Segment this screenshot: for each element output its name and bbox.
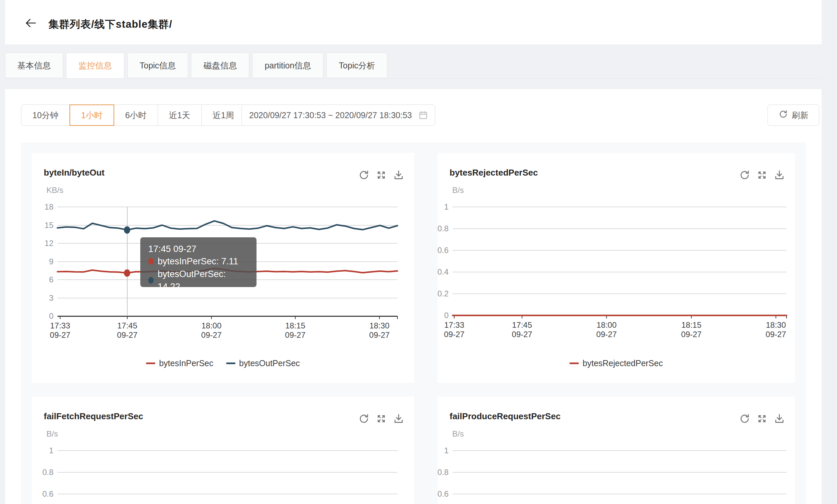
series-bytesOutPerSec xyxy=(57,221,397,230)
y-tick-label: 0.6 xyxy=(434,490,448,498)
chart-legend: bytesInPerSecbytesOutPerSec xyxy=(32,358,414,368)
chart-action-icons xyxy=(739,413,785,424)
download-icon[interactable] xyxy=(393,413,404,424)
calendar-icon xyxy=(418,110,428,120)
chart-card-failProduce: failProduceRequestPerSecB/s10.80.60.40.2… xyxy=(438,396,795,504)
y-tick-label: 0 xyxy=(33,312,53,320)
crosshair-line xyxy=(127,207,128,316)
y-tick-label: 1 xyxy=(33,447,53,454)
refresh-button[interactable]: 刷新 xyxy=(767,105,819,126)
time-range-近1周[interactable]: 近1周 xyxy=(201,105,246,126)
page-header: 集群列表/线下stable集群/ xyxy=(5,0,822,44)
y-tick-label: 0.4 xyxy=(434,268,448,276)
y-gridline xyxy=(452,494,787,494)
y-tick-label: 0 xyxy=(434,312,448,319)
y-tick-label: 1 xyxy=(434,447,448,454)
chart-title: byteIn/byteOut xyxy=(44,167,105,178)
y-axis-unit: B/s xyxy=(452,429,464,439)
x-tick-label: 17:4509-27 xyxy=(499,320,546,339)
legend-label: bytesRejectedPerSec xyxy=(583,358,663,368)
legend-item-bytesInPerSec[interactable]: bytesInPerSec xyxy=(146,358,213,368)
download-icon[interactable] xyxy=(774,170,785,181)
y-tick-label: 15 xyxy=(33,221,53,229)
legend-item-bytesRejectedPerSec[interactable]: bytesRejectedPerSec xyxy=(569,358,663,368)
legend-item-bytesOutPerSec[interactable]: bytesOutPerSec xyxy=(226,358,300,368)
tooltip-row: bytesInPerSec: 7.11 xyxy=(148,255,249,268)
fullscreen-icon[interactable] xyxy=(376,170,387,181)
y-axis-unit: B/s xyxy=(452,185,464,195)
time-range-10分钟[interactable]: 10分钟 xyxy=(21,105,70,126)
legend-dash-icon xyxy=(569,362,579,364)
series-dot-icon xyxy=(148,258,154,265)
x-tick-label: 17:3309-27 xyxy=(37,321,84,340)
x-tick-label: 18:0009-27 xyxy=(583,320,630,339)
tab-Topic分析[interactable]: Topic分析 xyxy=(326,53,387,78)
y-tick-label: 1 xyxy=(434,203,448,211)
tab-Topic信息[interactable]: Topic信息 xyxy=(127,53,188,78)
refresh-icon[interactable] xyxy=(739,170,750,181)
tab-基本信息[interactable]: 基本信息 xyxy=(5,53,63,78)
time-range-6小时[interactable]: 6小时 xyxy=(114,105,158,126)
legend-label: bytesInPerSec xyxy=(159,358,213,368)
chart-action-icons xyxy=(358,413,404,424)
x-tick-label: 17:3309-27 xyxy=(431,320,478,339)
tooltip-title: 17:45 09-27 xyxy=(148,243,249,255)
refresh-icon xyxy=(779,110,788,121)
date-range-value: 2020/09/27 17:30:53 ~ 2020/09/27 18:30:5… xyxy=(249,111,418,120)
date-range-picker[interactable]: 2020/09/27 17:30:53 ~ 2020/09/27 18:30:5… xyxy=(242,105,435,126)
crosshair-dot-bytesInPerSec xyxy=(124,269,130,277)
back-arrow-icon[interactable] xyxy=(24,17,39,31)
chart-action-icons xyxy=(358,170,404,181)
chart-title: failFetchRequestPerSec xyxy=(44,411,143,422)
tab-磁盘信息[interactable]: 磁盘信息 xyxy=(191,53,249,78)
chart-card-failFetch: failFetchRequestPerSecB/s10.80.60.40.20 xyxy=(32,396,414,504)
download-icon[interactable] xyxy=(393,170,404,181)
legend-dash-icon xyxy=(226,362,235,364)
refresh-icon[interactable] xyxy=(739,413,750,424)
tab-bar: 基本信息监控信息Topic信息磁盘信息partition信息Topic分析 xyxy=(5,53,388,79)
y-tick-label: 0.8 xyxy=(33,468,53,476)
y-tick-label: 3 xyxy=(33,294,53,302)
refresh-label: 刷新 xyxy=(792,110,808,121)
time-range-1小时[interactable]: 1小时 xyxy=(70,105,114,126)
y-axis-unit: KB/s xyxy=(47,185,64,195)
y-tick-label: 0.6 xyxy=(434,246,448,254)
main-panel: 10分钟1小时6小时近1天近1周 2020/09/27 17:30:53 ~ 2… xyxy=(5,89,822,504)
legend-label: bytesOutPerSec xyxy=(239,358,300,368)
breadcrumb: 集群列表/线下stable集群/ xyxy=(49,17,172,31)
time-range-近1天[interactable]: 近1天 xyxy=(158,105,202,126)
tab-监控信息[interactable]: 监控信息 xyxy=(66,53,124,78)
x-tick-label: 18:3009-27 xyxy=(356,321,403,340)
fullscreen-icon[interactable] xyxy=(756,413,767,424)
y-gridline xyxy=(452,472,787,473)
chart-title: failProduceRequestPerSec xyxy=(449,411,560,422)
charts-container: byteIn/byteOutKB/s181512963017:3309-2717… xyxy=(21,143,806,504)
y-gridline xyxy=(452,450,787,451)
x-tick-label: 18:1509-27 xyxy=(668,320,715,339)
y-tick-label: 0.8 xyxy=(434,468,448,476)
time-range-group: 10分钟1小时6小时近1天近1周 xyxy=(21,105,245,126)
y-gridline xyxy=(57,450,397,451)
x-tick-label: 18:0009-27 xyxy=(188,321,235,340)
refresh-icon[interactable] xyxy=(358,413,369,424)
fullscreen-icon[interactable] xyxy=(756,170,767,181)
y-gridline xyxy=(57,472,397,473)
x-tick-label: 18:3009-27 xyxy=(752,320,799,339)
y-tick-label: 12 xyxy=(33,239,53,247)
y-tick-label: 0.8 xyxy=(434,225,448,232)
tooltip-row: bytesOutPerSec: 14.22 xyxy=(148,268,249,293)
crosshair-dot-bytesOutPerSec xyxy=(124,226,130,234)
y-axis-unit: B/s xyxy=(47,429,58,439)
plot-area[interactable] xyxy=(452,207,787,317)
y-gridline xyxy=(57,494,397,494)
tooltip-value: bytesInPerSec: 7.11 xyxy=(158,255,238,268)
chart-action-icons xyxy=(739,170,785,181)
tab-partition信息[interactable]: partition信息 xyxy=(252,53,323,78)
chart-legend: bytesRejectedPerSec xyxy=(438,358,795,368)
refresh-icon[interactable] xyxy=(358,170,369,181)
y-tick-label: 0.6 xyxy=(33,490,53,498)
fullscreen-icon[interactable] xyxy=(376,413,387,424)
chart-card-byteInOut: byteIn/byteOutKB/s181512963017:3309-2717… xyxy=(32,153,414,383)
x-tick-label: 17:4509-27 xyxy=(104,321,150,340)
download-icon[interactable] xyxy=(774,413,785,424)
